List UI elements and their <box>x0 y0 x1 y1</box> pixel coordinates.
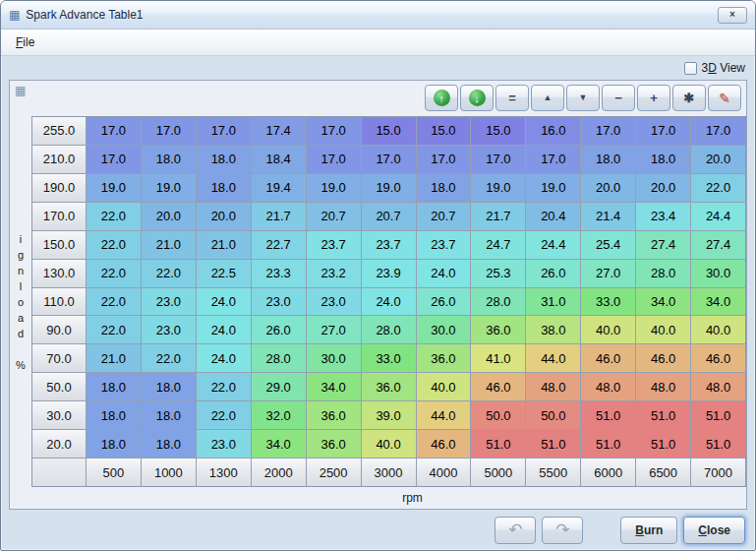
table-cell[interactable]: 26.0 <box>252 316 306 343</box>
table-cell[interactable]: 21.0 <box>87 344 141 372</box>
table-cell[interactable]: 51.0 <box>636 401 690 429</box>
table-cell[interactable]: 22.0 <box>87 203 141 230</box>
table-cell[interactable]: 20.0 <box>691 146 745 173</box>
table-cell[interactable]: 17.0 <box>417 146 471 173</box>
edit-cell-button[interactable]: ✎ <box>708 85 741 111</box>
table-cell[interactable]: 40.0 <box>581 316 635 343</box>
table-cell[interactable]: 17.0 <box>87 146 141 173</box>
table-cell[interactable]: 33.0 <box>581 288 635 316</box>
table-cell[interactable]: 20.7 <box>362 203 416 230</box>
table-cell[interactable]: 20.0 <box>197 203 251 230</box>
increase-button[interactable]: ▲ <box>531 85 564 111</box>
table-cell[interactable]: 36.0 <box>471 316 525 343</box>
table-cell[interactable]: 17.0 <box>307 146 361 173</box>
table-cell[interactable]: 30.0 <box>417 316 471 343</box>
table-cell[interactable]: 23.0 <box>307 288 361 316</box>
table-cell[interactable]: 36.0 <box>362 373 416 400</box>
table-cell[interactable]: 33.0 <box>362 344 416 372</box>
table-cell[interactable]: 51.0 <box>471 430 525 458</box>
table-cell[interactable]: 28.0 <box>636 260 690 287</box>
table-cell[interactable]: 51.0 <box>581 430 635 458</box>
table-cell[interactable]: 51.0 <box>636 430 690 458</box>
table-cell[interactable]: 18.0 <box>87 430 141 458</box>
table-cell[interactable]: 23.3 <box>252 260 306 287</box>
table-cell[interactable]: 15.0 <box>417 117 471 145</box>
table-cell[interactable]: 36.0 <box>307 430 361 458</box>
table-cell[interactable]: 27.0 <box>307 316 361 343</box>
close-window-button[interactable]: × <box>718 7 747 24</box>
table-cell[interactable]: 17.0 <box>197 117 251 145</box>
table-cell[interactable]: 19.0 <box>471 174 525 202</box>
table-cell[interactable]: 51.0 <box>581 401 635 429</box>
table-cell[interactable]: 27.0 <box>581 260 635 287</box>
table-cell[interactable]: 17.4 <box>252 117 306 145</box>
table-cell[interactable]: 23.7 <box>417 231 471 259</box>
table-cell[interactable]: 24.0 <box>197 316 251 343</box>
table-cell[interactable]: 18.0 <box>417 174 471 202</box>
table-cell[interactable]: 51.0 <box>691 401 745 429</box>
table-cell[interactable]: 40.0 <box>417 373 471 400</box>
table-cell[interactable]: 23.2 <box>307 260 361 287</box>
table-cell[interactable]: 25.4 <box>581 231 635 259</box>
burn-button[interactable]: Burn <box>620 517 677 544</box>
table-cell[interactable]: 40.0 <box>362 430 416 458</box>
table-cell[interactable]: 30.0 <box>307 344 361 372</box>
table-cell[interactable]: 19.0 <box>87 174 141 202</box>
table-cell[interactable]: 22.0 <box>197 373 251 400</box>
table-cell[interactable]: 20.0 <box>142 203 196 230</box>
redo-button[interactable]: ↷ <box>542 517 583 544</box>
table-cell[interactable]: 31.0 <box>526 288 580 316</box>
table-cell[interactable]: 23.4 <box>636 203 690 230</box>
table-cell[interactable]: 26.0 <box>526 260 580 287</box>
table-cell[interactable]: 18.0 <box>142 401 196 429</box>
table-cell[interactable]: 34.0 <box>691 288 745 316</box>
table-cell[interactable]: 26.0 <box>417 288 471 316</box>
table-cell[interactable]: 25.3 <box>471 260 525 287</box>
table-cell[interactable]: 48.0 <box>691 373 745 400</box>
table-cell[interactable]: 18.0 <box>87 401 141 429</box>
table-cell[interactable]: 22.0 <box>87 231 141 259</box>
table-cell[interactable]: 29.0 <box>252 373 306 400</box>
table-cell[interactable]: 20.0 <box>636 174 690 202</box>
table-cell[interactable]: 18.0 <box>142 373 196 400</box>
set-equal-button[interactable]: = <box>495 85 529 111</box>
table-cell[interactable]: 19.0 <box>362 174 416 202</box>
table-cell[interactable]: 19.0 <box>307 174 361 202</box>
table-cell[interactable]: 24.4 <box>691 203 745 230</box>
table-cell[interactable]: 18.0 <box>197 146 251 173</box>
table-cell[interactable]: 24.4 <box>526 231 580 259</box>
table-cell[interactable]: 36.0 <box>417 344 471 372</box>
table-cell[interactable]: 24.0 <box>362 288 416 316</box>
table-cell[interactable]: 22.0 <box>142 260 196 287</box>
table-cell[interactable]: 50.0 <box>526 401 580 429</box>
table-cell[interactable]: 15.0 <box>362 117 416 145</box>
table-cell[interactable]: 22.0 <box>691 174 745 202</box>
table-cell[interactable]: 24.0 <box>417 260 471 287</box>
shift-down-button[interactable]: ↓ <box>460 85 494 111</box>
table-cell[interactable]: 19.0 <box>526 174 580 202</box>
table-cell[interactable]: 46.0 <box>691 344 745 372</box>
table-cell[interactable]: 17.0 <box>362 146 416 173</box>
table-cell[interactable]: 46.0 <box>471 373 525 400</box>
table-cell[interactable]: 19.0 <box>142 174 196 202</box>
table-cell[interactable]: 30.0 <box>691 260 745 287</box>
view-3d-checkbox[interactable] <box>684 62 697 75</box>
table-cell[interactable]: 27.4 <box>691 231 745 259</box>
table-cell[interactable]: 27.4 <box>636 231 690 259</box>
table-cell[interactable]: 17.0 <box>691 117 745 145</box>
table-cell[interactable]: 21.0 <box>142 231 196 259</box>
table-cell[interactable]: 28.0 <box>362 316 416 343</box>
table-cell[interactable]: 41.0 <box>471 344 525 372</box>
decrement-button[interactable]: − <box>602 85 635 111</box>
table-cell[interactable]: 23.7 <box>307 231 361 259</box>
table-cell[interactable]: 22.5 <box>197 260 251 287</box>
titlebar[interactable]: ▦ Spark Advance Table1 × <box>1 1 755 30</box>
table-cell[interactable]: 34.0 <box>252 430 306 458</box>
shift-up-button[interactable]: ↑ <box>425 85 458 111</box>
table-cell[interactable]: 44.0 <box>526 344 580 372</box>
view-3d-toggle[interactable]: 3D View <box>684 61 746 75</box>
table-cell[interactable]: 18.0 <box>636 146 690 173</box>
table-cell[interactable]: 24.7 <box>471 231 525 259</box>
table-cell[interactable]: 23.0 <box>197 430 251 458</box>
table-cell[interactable]: 23.0 <box>142 288 196 316</box>
